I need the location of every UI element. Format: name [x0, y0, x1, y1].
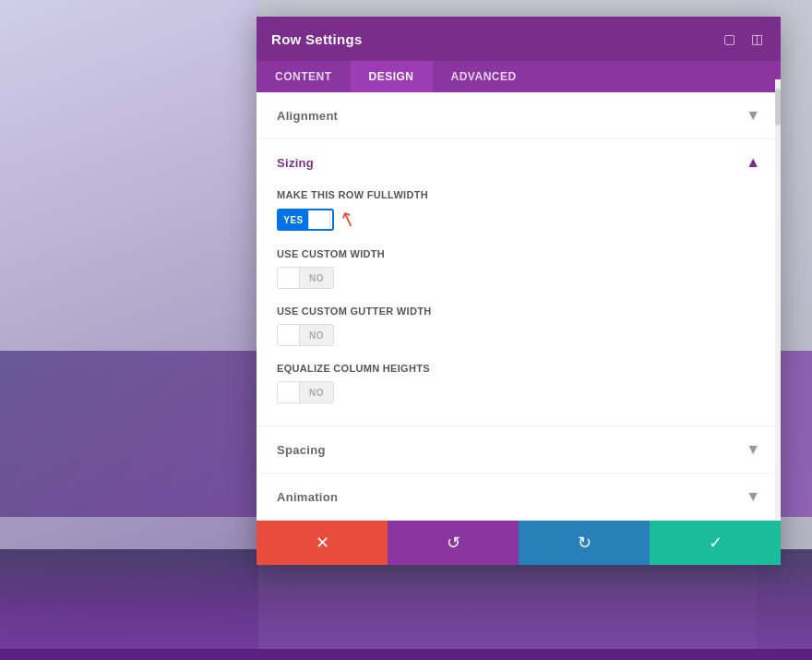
scrollbar-thumb[interactable]: [775, 92, 781, 126]
custom-gutter-field: Use Custom Gutter Width NO: [277, 306, 760, 346]
spacing-title: Spacing: [277, 443, 326, 457]
custom-gutter-toggle[interactable]: NO: [277, 324, 334, 346]
tab-content[interactable]: Content: [257, 61, 351, 92]
cancel-button[interactable]: ✕: [257, 521, 388, 565]
custom-width-toggle[interactable]: NO: [277, 267, 334, 289]
row-settings-modal: Row Settings ▢ ◫ Content Design Advanced…: [257, 17, 781, 565]
undo-icon: ↺: [447, 533, 460, 553]
spacing-section: Spacing ▼: [257, 426, 781, 474]
fullwidth-field: Make This Row Fullwidth YES ↖: [277, 189, 760, 232]
modal-body: Alignment ▼ Sizing ▲ Make This Row Fullw…: [257, 92, 781, 521]
cancel-icon: ✕: [316, 533, 329, 553]
fullwidth-knob: [308, 210, 330, 230]
save-icon: ✓: [709, 533, 722, 553]
fullwidth-yes-label: YES: [279, 210, 308, 229]
sizing-section-header[interactable]: Sizing ▲: [257, 139, 781, 186]
arrow-indicator: ↖: [336, 206, 360, 234]
modal-tabs: Content Design Advanced: [257, 61, 781, 92]
modal-footer: ✕ ↺ ↻ ✓: [257, 521, 781, 565]
modal-title: Row Settings: [271, 31, 363, 47]
scrollbar-track: [775, 92, 781, 521]
custom-width-knob: [278, 268, 300, 288]
redo-button[interactable]: ↻: [519, 521, 650, 565]
equalize-heights-label: Equalize Column Heights: [277, 363, 760, 374]
equalize-heights-no: NO: [300, 382, 333, 402]
equalize-heights-toggle[interactable]: NO: [277, 381, 334, 403]
sizing-section: Sizing ▲ Make This Row Fullwidth YES ↖: [257, 139, 781, 426]
animation-chevron: ▼: [746, 488, 760, 505]
tab-design[interactable]: Design: [351, 61, 433, 92]
spacing-chevron: ▼: [746, 441, 760, 458]
sizing-section-body: Make This Row Fullwidth YES ↖ Use Custom…: [257, 186, 781, 426]
modal-header-icons: ▢ ◫: [720, 30, 766, 48]
fullscreen-icon[interactable]: ▢: [720, 30, 738, 48]
custom-gutter-label: Use Custom Gutter Width: [277, 306, 760, 317]
columns-icon[interactable]: ◫: [747, 30, 766, 48]
background-bottom: [0, 549, 812, 660]
alignment-section: Alignment ▼: [257, 92, 781, 139]
custom-width-field: Use Custom Width NO: [277, 248, 760, 289]
custom-width-label: Use Custom Width: [277, 248, 760, 259]
bottom-bar: [0, 649, 812, 660]
animation-section: Animation ▼: [257, 474, 781, 521]
fullwidth-toggle[interactable]: YES: [277, 209, 334, 231]
fullwidth-label: Make This Row Fullwidth: [277, 189, 760, 200]
modal-header: Row Settings ▢ ◫: [257, 17, 781, 61]
animation-section-header[interactable]: Animation ▼: [257, 474, 781, 520]
alignment-chevron: ▼: [746, 107, 760, 124]
custom-gutter-knob: [278, 325, 300, 345]
undo-button[interactable]: ↺: [388, 521, 519, 565]
alignment-title: Alignment: [277, 109, 338, 123]
sizing-chevron: ▲: [746, 154, 760, 171]
animation-title: Animation: [277, 490, 338, 504]
custom-width-no: NO: [300, 268, 333, 288]
sizing-title: Sizing: [277, 156, 314, 170]
spacing-section-header[interactable]: Spacing ▼: [257, 426, 781, 473]
custom-gutter-no: NO: [300, 325, 333, 345]
tab-advanced[interactable]: Advanced: [433, 61, 535, 92]
equalize-heights-knob: [278, 382, 300, 402]
redo-icon: ↻: [578, 533, 591, 553]
equalize-heights-field: Equalize Column Heights NO: [277, 363, 760, 403]
save-button[interactable]: ✓: [650, 521, 781, 565]
alignment-section-header[interactable]: Alignment ▼: [257, 92, 781, 138]
